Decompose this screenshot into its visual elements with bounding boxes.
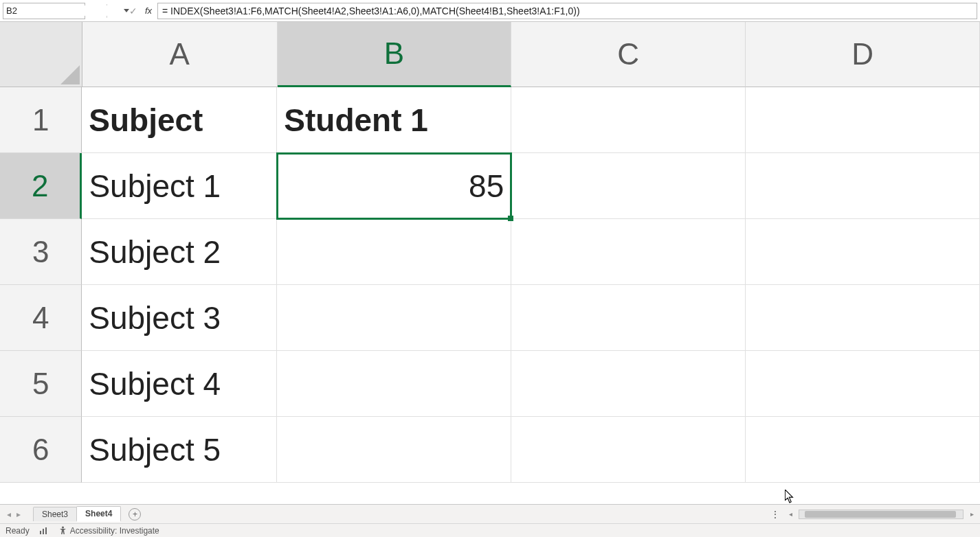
cell-C5[interactable] [511, 351, 746, 417]
select-all-corner[interactable] [0, 22, 82, 87]
column-header-D[interactable]: D [746, 22, 980, 87]
sheet-tab-sheet3[interactable]: Sheet3 [33, 507, 77, 521]
formula-input[interactable]: = INDEX(Sheet3!A1:F6,MATCH(Sheet4!A2,She… [157, 3, 977, 19]
cell-C1[interactable] [511, 87, 746, 153]
cell-D1[interactable] [746, 87, 980, 153]
cell-C6[interactable] [511, 417, 746, 483]
cell-D5[interactable] [746, 351, 980, 417]
column-header-C[interactable]: C [511, 22, 746, 87]
row-header-3[interactable]: 3 [0, 219, 82, 285]
cell-D6[interactable] [746, 417, 980, 483]
status-ready: Ready [5, 526, 30, 536]
svg-marker-0 [60, 65, 80, 84]
formula-text: = INDEX(Sheet3!A1:F6,MATCH(Sheet4!A2,She… [162, 5, 580, 16]
check-icon: ✓ [129, 5, 137, 16]
cell-B4[interactable] [277, 285, 511, 351]
sheet-tab-sheet4[interactable]: Sheet4 [76, 506, 121, 522]
column-header-row: A B C D [0, 22, 980, 87]
select-all-triangle-icon [60, 65, 80, 84]
fx-icon: fx [145, 5, 152, 16]
column-header-A[interactable]: A [82, 22, 278, 87]
cell-C3[interactable] [511, 219, 746, 285]
cell-A2[interactable]: Subject 1 [82, 153, 277, 219]
cell-D2[interactable] [746, 153, 980, 219]
row-header-2[interactable]: 2 [0, 153, 82, 219]
row-6: 6 Subject 5 [0, 417, 980, 483]
cell-D3[interactable] [746, 219, 980, 285]
status-bar: Ready Accessibility: Investigate [0, 523, 980, 537]
add-sheet-button[interactable]: + [129, 508, 141, 521]
spreadsheet-grid[interactable]: A B C D 1 Subject Student 1 2 Subject 1 … [0, 22, 980, 504]
svg-point-4 [62, 526, 64, 528]
row-4: 4 Subject 3 [0, 285, 980, 351]
svg-rect-3 [45, 527, 47, 534]
svg-rect-2 [43, 529, 44, 534]
accessibility-label: Accessibility: Investigate [70, 526, 159, 536]
cell-B6[interactable] [277, 417, 511, 483]
accessibility-icon [58, 526, 67, 535]
chevron-down-icon[interactable] [124, 9, 129, 12]
row-2: 2 Subject 1 85 [0, 153, 980, 219]
row-1: 1 Subject Student 1 [0, 87, 980, 153]
row-5: 5 Subject 4 [0, 351, 980, 417]
name-box-input[interactable] [6, 5, 122, 16]
cell-D4[interactable] [746, 285, 980, 351]
cell-B5[interactable] [277, 351, 511, 417]
plus-icon: + [133, 510, 137, 519]
insert-function-button[interactable]: fx [142, 3, 155, 19]
row-header-5[interactable]: 5 [0, 351, 82, 417]
cell-A5[interactable]: Subject 4 [82, 351, 277, 417]
accessibility-status[interactable]: Accessibility: Investigate [58, 526, 159, 536]
mouse-cursor-icon [785, 490, 794, 503]
cell-A3[interactable]: Subject 2 [82, 219, 277, 285]
cell-B1[interactable]: Student 1 [277, 87, 511, 153]
tab-nav-next[interactable]: ▸ [14, 510, 23, 519]
cell-C4[interactable] [511, 285, 746, 351]
cell-B3[interactable] [277, 219, 511, 285]
cell-A4[interactable]: Subject 3 [82, 285, 277, 351]
horizontal-scrollbar[interactable] [799, 510, 964, 519]
cell-A6[interactable]: Subject 5 [82, 417, 277, 483]
column-header-B[interactable]: B [278, 22, 512, 87]
cell-C2[interactable] [511, 153, 746, 219]
horizontal-scrollbar-thumb[interactable] [805, 511, 956, 518]
formula-bar: ⋮ ✕ ✓ fx = INDEX(Sheet3!A1:F6,MATCH(Shee… [0, 0, 980, 22]
scroll-right-icon[interactable]: ▸ [968, 510, 976, 518]
row-header-1[interactable]: 1 [0, 87, 82, 153]
row-header-4[interactable]: 4 [0, 285, 82, 351]
cell-B2[interactable]: 85 [277, 153, 511, 219]
scroll-left-icon[interactable]: ◂ [786, 510, 794, 518]
tab-nav-prev[interactable]: ◂ [4, 510, 14, 519]
svg-rect-1 [40, 531, 41, 534]
row-3: 3 Subject 2 [0, 219, 980, 285]
sheet-tabs-bar: ◂ ▸ Sheet3 Sheet4 + ⋮ ◂ ▸ [0, 504, 980, 523]
row-header-6[interactable]: 6 [0, 417, 82, 483]
name-box[interactable] [3, 3, 85, 19]
tabs-vertical-dots-icon[interactable]: ⋮ [768, 509, 782, 520]
cell-A1[interactable]: Subject [82, 87, 277, 153]
statistics-icon[interactable] [39, 527, 49, 535]
